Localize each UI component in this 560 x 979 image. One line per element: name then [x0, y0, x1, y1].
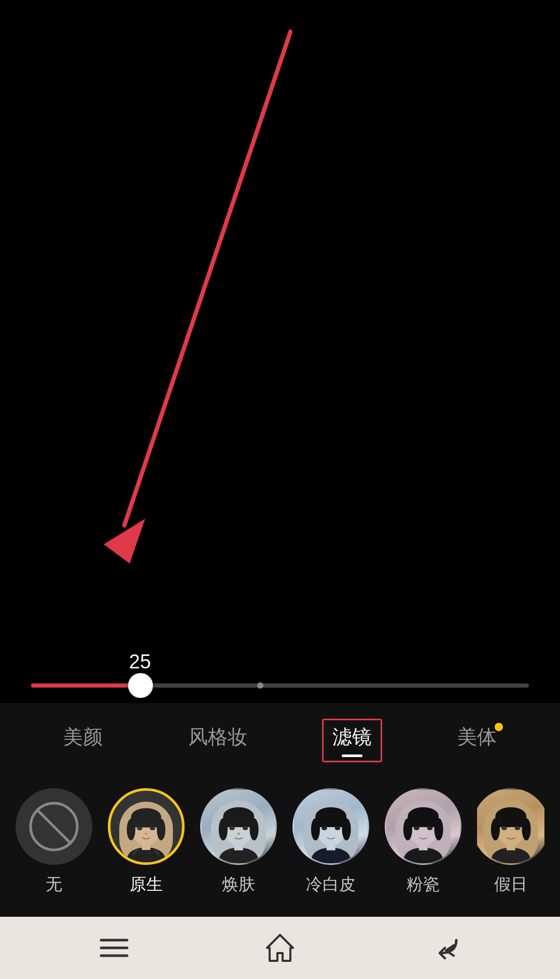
tabs-section: 美颜 风格妆 滤镜 美体 — [0, 703, 560, 773]
nav-back-button[interactable] — [425, 927, 467, 969]
nav-menu-button[interactable] — [93, 927, 135, 969]
menu-icon — [99, 935, 130, 961]
svg-point-10 — [127, 819, 136, 840]
tab-style-makeup[interactable]: 风格妆 — [178, 719, 258, 762]
slider-track[interactable] — [31, 683, 529, 688]
svg-rect-9 — [131, 817, 161, 828]
svg-point-11 — [157, 819, 166, 840]
filters-section: 无 — [0, 773, 560, 917]
face-lengbaipi-svg — [303, 801, 359, 865]
svg-point-61 — [522, 818, 530, 841]
svg-point-51 — [427, 827, 432, 830]
svg-point-48 — [403, 818, 412, 841]
svg-point-63 — [514, 827, 520, 830]
nav-bar — [0, 917, 560, 979]
svg-point-38 — [321, 827, 327, 830]
svg-point-62 — [501, 827, 507, 830]
home-icon — [264, 932, 296, 963]
svg-point-36 — [311, 818, 320, 841]
svg-point-25 — [229, 827, 235, 830]
filter-none-thumb — [16, 788, 92, 865]
filter-yuansheng-label: 原生 — [130, 873, 163, 896]
tab-body-dot — [495, 723, 503, 731]
face-jiariyang-svg — [483, 801, 539, 865]
slider-track-fill — [31, 683, 141, 688]
svg-line-0 — [124, 32, 290, 525]
svg-rect-35 — [315, 816, 346, 827]
annotation-arrow — [0, 0, 560, 640]
filter-fenci-thumb — [385, 788, 461, 865]
filter-lengbaipi[interactable]: 冷白皮 — [292, 788, 369, 896]
svg-point-24 — [249, 818, 258, 841]
face-yuansheng-svg — [119, 802, 173, 865]
no-filter-icon — [28, 801, 80, 852]
tab-beauty[interactable]: 美颜 — [53, 719, 113, 762]
tab-style-makeup-label: 风格妆 — [188, 724, 247, 750]
svg-point-13 — [150, 827, 155, 830]
svg-marker-1 — [104, 519, 145, 563]
svg-point-39 — [334, 827, 340, 830]
svg-point-12 — [137, 827, 142, 830]
nav-home-button[interactable] — [259, 927, 301, 969]
slider-thumb[interactable] — [128, 673, 153, 698]
svg-rect-22 — [223, 816, 254, 827]
filter-yuansheng[interactable]: 原生 — [108, 788, 185, 896]
slider-section: 25 — [0, 640, 560, 703]
svg-point-27 — [237, 833, 240, 835]
filter-fenci[interactable]: 粉瓷 — [385, 788, 461, 896]
camera-preview — [0, 0, 560, 640]
svg-point-23 — [219, 818, 228, 841]
svg-marker-69 — [267, 935, 293, 961]
tab-filter[interactable]: 滤镜 — [322, 719, 382, 762]
filter-lengbaipi-thumb — [292, 788, 369, 865]
slider-center-dot — [257, 682, 263, 689]
app-container: 25 美颜 风格妆 滤镜 美体 — [0, 0, 560, 979]
tab-body-label: 美体 — [457, 724, 497, 750]
tab-body[interactable]: 美体 — [447, 719, 507, 762]
svg-point-50 — [414, 827, 419, 830]
filter-lengbaipi-label: 冷白皮 — [306, 873, 356, 896]
filter-jiariyang[interactable]: 假日 — [477, 788, 544, 896]
svg-rect-47 — [408, 816, 439, 827]
filter-huanfu-thumb — [200, 788, 277, 865]
tab-beauty-label: 美颜 — [63, 724, 103, 750]
face-fenci-svg — [396, 801, 451, 865]
filter-none-label: 无 — [46, 873, 62, 896]
svg-rect-59 — [495, 816, 526, 827]
svg-point-14 — [145, 833, 147, 835]
back-icon — [430, 935, 461, 961]
svg-point-60 — [491, 818, 500, 841]
filter-fenci-label: 粉瓷 — [407, 873, 440, 896]
face-huanfu-svg — [211, 801, 267, 865]
svg-point-49 — [434, 818, 443, 841]
filter-none[interactable]: 无 — [16, 788, 92, 896]
filter-jiariyang-thumb — [477, 788, 544, 865]
slider-value: 25 — [114, 651, 166, 673]
svg-point-37 — [342, 818, 351, 841]
svg-point-26 — [242, 827, 248, 830]
filter-jiariyang-label: 假日 — [494, 873, 527, 896]
tab-filter-border — [322, 719, 382, 762]
filter-huanfu-label: 焕肤 — [222, 873, 255, 896]
filter-huanfu[interactable]: 焕肤 — [200, 788, 277, 896]
svg-line-3 — [37, 810, 71, 843]
filter-yuansheng-thumb — [108, 788, 185, 865]
